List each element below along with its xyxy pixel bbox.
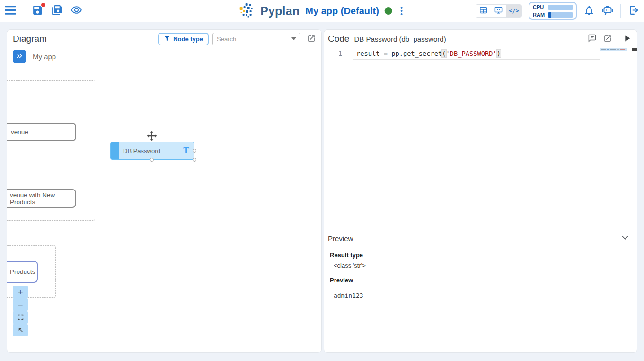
save-all-icon	[51, 4, 63, 18]
eye-icon	[71, 4, 82, 18]
code-line[interactable]: result = pp.get_secret('DB_PASSWORD')	[356, 50, 501, 57]
diagram-node-db-password[interactable]: DB Password T	[110, 142, 194, 160]
assistant-button[interactable]	[601, 4, 614, 18]
unsaved-changes-badge	[41, 3, 45, 7]
logout-button[interactable]	[627, 4, 639, 18]
save-button[interactable]	[32, 4, 44, 18]
cpu-label: CPU	[533, 4, 546, 10]
open-in-new-icon	[307, 34, 316, 44]
code-token-string: 'DB_PASSWORD'	[446, 50, 497, 57]
table-view-button[interactable]	[476, 5, 491, 17]
breadcrumb-label[interactable]: My app	[33, 53, 56, 61]
result-type-value: <class 'str'>	[334, 262, 366, 269]
play-icon	[622, 33, 632, 45]
app-title[interactable]: My app (Default)	[305, 6, 379, 17]
reset-view-button[interactable]	[13, 324, 28, 336]
node-handle-bottom[interactable]	[150, 158, 154, 162]
diagram-open-external-button[interactable]	[307, 34, 316, 44]
node-label: DB Password	[123, 147, 160, 154]
cpu-usage-row: CPU	[533, 4, 573, 10]
diagram-breadcrumb: My app	[7, 48, 321, 64]
code-panel: Code DB Password (db_password)	[324, 29, 637, 353]
diagram-node-revenue-with-new-products[interactable]: venue with New Products	[7, 189, 76, 208]
ram-usage-row: RAM	[533, 12, 573, 18]
dropdown-caret-icon[interactable]	[291, 37, 296, 40]
topbar-divider-right	[620, 4, 621, 18]
comment-icon	[588, 34, 597, 44]
diagram-node-products[interactable]: Products	[7, 261, 38, 283]
code-token-open-paren: (	[442, 50, 446, 57]
expand-tree-button[interactable]	[13, 50, 26, 63]
topbar-divider	[24, 4, 24, 18]
editor-scrollbar-thumb[interactable]	[632, 48, 637, 51]
run-code-button[interactable]	[622, 33, 632, 45]
diagram-node-revenue[interactable]: venue	[7, 123, 76, 141]
notifications-button[interactable]	[583, 5, 595, 18]
topbar-right-actions: </> CPU RAM	[476, 0, 639, 22]
code-view-button[interactable]: </>	[506, 5, 521, 17]
preview-mode-button[interactable]	[71, 4, 82, 18]
save-all-button[interactable]	[51, 4, 63, 18]
double-chevron-icon	[16, 52, 23, 61]
node-label: Products	[10, 268, 35, 275]
diagram-search-box	[212, 33, 300, 45]
chevron-down-icon	[620, 233, 630, 244]
node-label: venue with New Products	[10, 191, 75, 206]
code-token-plain: result = pp.get_secret	[356, 50, 442, 57]
fit-screen-button[interactable]	[13, 311, 28, 324]
preview-value: admin123	[334, 292, 363, 299]
code-editor[interactable]: 1 result = pp.get_secret('DB_PASSWORD')	[324, 48, 637, 228]
diagram-panel-header: Diagram Node type	[7, 30, 321, 48]
editor-minimap[interactable]	[600, 48, 632, 228]
zoom-in-button[interactable]: +	[13, 286, 28, 298]
screen-view-button[interactable]	[491, 5, 506, 17]
minimap-line	[600, 48, 627, 51]
fit-screen-icon	[17, 313, 24, 322]
code-open-external-button[interactable]	[603, 34, 612, 44]
monitor-icon	[494, 6, 503, 16]
code-icon: </>	[509, 8, 519, 14]
logout-icon	[627, 4, 639, 18]
topbar-center: Pyplan My app (Default)	[238, 0, 406, 22]
preview-divider	[324, 246, 637, 246]
text-type-icon: T	[183, 145, 189, 156]
diagram-canvas[interactable]: venue venue with New Products DB Passwor…	[7, 30, 321, 352]
pyplan-logo-icon	[238, 2, 255, 20]
kebab-icon	[401, 7, 403, 9]
node-label: venue	[11, 128, 28, 135]
line-number: 1	[338, 50, 342, 57]
cpu-usage-bar	[548, 5, 573, 10]
filter-icon	[164, 35, 170, 43]
ram-used-segment	[548, 12, 551, 18]
preview-section-title: Preview	[328, 235, 620, 243]
ram-usage-bar	[548, 12, 573, 18]
arrow-up-left-icon	[17, 326, 24, 335]
node-handle-right[interactable]	[193, 149, 196, 153]
node-type-filter-label: Node type	[173, 36, 203, 43]
pyplan-app: Pyplan My app (Default) </>	[0, 0, 644, 361]
app-menu-button[interactable]	[398, 6, 406, 16]
hamburger-icon	[5, 6, 16, 16]
code-header-divider	[617, 33, 617, 45]
current-line-border	[353, 59, 600, 60]
zoom-out-button[interactable]: −	[13, 298, 28, 311]
result-type-label: Result type	[330, 252, 363, 259]
comment-button[interactable]	[588, 34, 597, 44]
open-in-new-icon	[603, 34, 612, 44]
bell-icon	[583, 5, 595, 18]
node-handle-corner[interactable]	[193, 158, 196, 162]
diagram-zoom-controls: + −	[13, 286, 28, 336]
code-node-reference: DB Password (db_password)	[354, 35, 446, 43]
diagram-search-input[interactable]	[217, 36, 289, 43]
ram-label: RAM	[533, 12, 546, 18]
preview-section-header[interactable]: Preview	[324, 231, 637, 246]
status-dot	[385, 7, 392, 15]
code-panel-header: Code DB Password (db_password)	[324, 30, 637, 48]
zoom-in-icon: +	[18, 288, 23, 297]
menu-button[interactable]	[5, 6, 16, 16]
collapse-preview-button[interactable]	[620, 233, 630, 244]
move-cursor-icon	[146, 130, 158, 144]
zoom-out-icon: −	[18, 300, 23, 309]
editor-scrollbar[interactable]	[632, 48, 637, 228]
node-type-filter-button[interactable]: Node type	[158, 33, 209, 45]
